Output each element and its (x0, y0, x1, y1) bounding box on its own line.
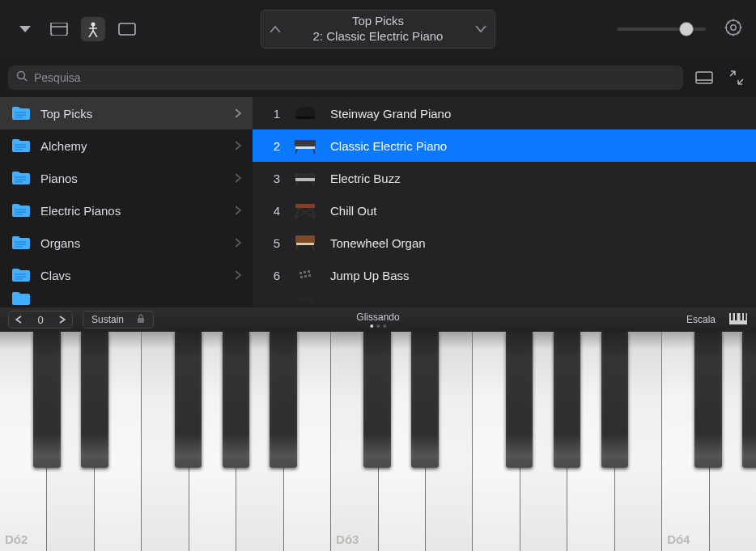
folder-icon (11, 106, 31, 121)
svg-rect-38 (295, 146, 315, 149)
electric-piano-icon (293, 136, 317, 155)
svg-rect-41 (295, 173, 316, 178)
svg-rect-64 (735, 313, 737, 320)
category-item-clavs[interactable]: Clavs (0, 259, 253, 291)
octave-down-button[interactable] (9, 312, 28, 328)
category-label: Top Picks (40, 107, 225, 121)
folder-icon (11, 268, 31, 282)
instrument-index: 4 (265, 204, 280, 218)
lock-icon (137, 314, 145, 326)
track-view-icon[interactable] (115, 17, 139, 41)
page-dot (376, 324, 380, 328)
scale-button[interactable]: Escala (686, 314, 716, 325)
instrument-item[interactable]: 5 Tonewheel Organ (253, 227, 756, 259)
chevron-right-icon (235, 172, 241, 185)
synth-icon (293, 168, 317, 188)
organ-icon (293, 233, 317, 252)
svg-rect-42 (295, 178, 315, 181)
instrument-item[interactable] (253, 291, 756, 307)
chevron-right-icon (235, 269, 241, 282)
black-key[interactable] (363, 332, 391, 468)
keyboard-mode-indicator[interactable]: Glissando (356, 312, 399, 328)
category-item-organs[interactable]: Organs (0, 227, 253, 259)
svg-rect-65 (741, 313, 743, 320)
menu-dropdown-icon[interactable] (13, 17, 37, 41)
octave-up-button[interactable] (53, 312, 72, 328)
search-row (0, 58, 756, 97)
category-item-top-picks[interactable]: Top Picks (0, 97, 253, 129)
black-key[interactable] (175, 332, 202, 468)
svg-rect-45 (295, 204, 315, 208)
instrument-item[interactable]: 1 Steinway Grand Piano (253, 97, 756, 129)
svg-rect-14 (696, 72, 712, 83)
page-dot (383, 324, 386, 328)
category-label: Alchemy (40, 139, 225, 153)
folder-icon (11, 291, 31, 306)
instrument-index: 5 (265, 236, 280, 250)
sustain-toggle[interactable]: Sustain (83, 311, 154, 328)
instrument-name: Steinway Grand Piano (330, 107, 743, 121)
sound-browser: Top Picks Alchemy Pianos Electric Pianos… (0, 97, 756, 307)
category-item-alchemy[interactable]: Alchemy (0, 129, 253, 162)
black-key[interactable] (81, 332, 108, 468)
category-label: Electric Pianos (40, 204, 225, 218)
svg-rect-57 (300, 276, 303, 278)
instrument-view-icon[interactable] (81, 17, 105, 41)
svg-point-3 (731, 25, 736, 30)
volume-slider-knob[interactable] (679, 22, 694, 36)
instrument-name: Chill Out (330, 204, 743, 218)
chevron-right-icon (235, 139, 241, 153)
category-item-electric-pianos[interactable]: Electric Pianos (0, 194, 253, 227)
black-key[interactable] (33, 332, 61, 468)
black-key[interactable] (742, 332, 756, 468)
svg-rect-1 (119, 23, 135, 35)
svg-line-43 (296, 181, 298, 186)
svg-line-52 (296, 245, 298, 251)
category-item-pianos[interactable]: Pianos (0, 162, 253, 194)
volume-slider[interactable] (617, 28, 706, 31)
settings-gear-icon[interactable] (724, 18, 743, 40)
chevron-down-icon[interactable] (475, 22, 486, 36)
svg-line-53 (312, 245, 314, 251)
track-header-dropdown[interactable]: Top Picks 2: Classic Electric Piano (261, 10, 495, 49)
collapse-icon[interactable] (725, 66, 748, 89)
piano-keyboard: Dó2 Dó3 Dó4 (0, 332, 756, 551)
folder-icon (11, 138, 31, 153)
svg-rect-55 (304, 271, 306, 273)
svg-rect-59 (308, 274, 311, 277)
keyboard-control-strip: 0 Sustain Glissando Escala (0, 307, 756, 332)
svg-rect-63 (731, 313, 733, 320)
library-tray-icon[interactable] (47, 17, 71, 41)
instrument-item[interactable]: 3 Electric Buzz (253, 162, 756, 194)
keyboard-layout-icon[interactable] (728, 312, 748, 328)
instrument-name: Tonewheel Organ (330, 236, 743, 250)
view-columns-icon[interactable] (693, 66, 716, 89)
search-input[interactable] (34, 71, 675, 84)
key-label: Dó2 (5, 532, 28, 546)
octave-stepper: 0 (8, 311, 73, 328)
svg-rect-34 (295, 117, 315, 119)
black-key[interactable] (270, 332, 297, 468)
sustain-label: Sustain (91, 314, 124, 325)
page-dot (370, 324, 373, 328)
toolbar-right-group (617, 18, 743, 40)
black-key[interactable] (554, 332, 581, 468)
black-key[interactable] (411, 332, 439, 468)
chevron-up-icon[interactable] (270, 22, 281, 36)
chevron-right-icon (235, 204, 241, 218)
category-item-more[interactable] (0, 291, 253, 307)
svg-point-0 (91, 23, 96, 27)
instrument-item[interactable]: 2 Classic Electric Piano (253, 129, 756, 162)
black-key[interactable] (506, 332, 533, 468)
svg-rect-37 (295, 140, 316, 146)
instrument-item[interactable]: 4 Chill Out (253, 194, 756, 227)
svg-rect-51 (296, 243, 314, 245)
instrument-item[interactable]: 6 Jump Up Bass (253, 259, 756, 291)
black-key[interactable] (223, 332, 250, 468)
instrument-name: Electric Buzz (330, 172, 743, 185)
black-key[interactable] (694, 332, 722, 468)
svg-rect-56 (308, 270, 310, 273)
search-box[interactable] (8, 66, 683, 90)
black-key[interactable] (601, 332, 629, 468)
svg-line-44 (312, 181, 314, 186)
